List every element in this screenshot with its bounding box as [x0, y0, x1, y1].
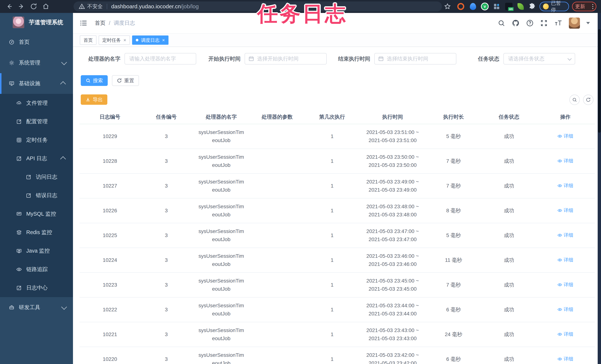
sidebar-toggle-icon[interactable] [80, 19, 88, 27]
font-size-icon[interactable] [554, 19, 562, 27]
user-menu-caret-icon[interactable] [586, 22, 590, 24]
extension-grid-icon[interactable] [492, 2, 501, 10]
browser-home-icon[interactable] [42, 3, 50, 10]
sidebar-item-trace[interactable]: 链路追踪 [0, 260, 73, 279]
sidebar-item-dev-tools[interactable]: 研发工具 [0, 297, 73, 318]
cell-actions: 详细 [536, 248, 595, 273]
handler-name-input[interactable] [125, 53, 196, 64]
browser-back-icon[interactable] [6, 3, 13, 10]
cell-actions: 详细 [536, 149, 595, 173]
help-icon[interactable] [526, 19, 534, 27]
start-time-field [245, 53, 327, 64]
sidebar-item-log-center[interactable]: 日志中心 [0, 279, 73, 297]
breadcrumb-home[interactable]: 首页 [95, 20, 106, 27]
cell-execute-time: 2021-05-03 23:46:00 ~ 2021-05-03 23:46:0… [360, 248, 425, 273]
sidebar-item-home[interactable]: 首页 [0, 32, 73, 52]
detail-link[interactable]: 详细 [557, 182, 573, 189]
extension-orange-icon[interactable] [457, 2, 465, 10]
sidebar-item-label: 首页 [19, 39, 30, 46]
close-icon[interactable]: × [162, 38, 165, 42]
cell-execute-index: 1 [304, 347, 360, 364]
cell-job-id: 3 [140, 223, 192, 248]
tab-scheduled-jobs[interactable]: 定时任务 × [99, 35, 130, 45]
start-time-input[interactable] [245, 53, 327, 64]
detail-link[interactable]: 详细 [557, 306, 573, 313]
browser-forward-icon[interactable] [18, 3, 25, 10]
detail-link[interactable]: 详细 [557, 133, 573, 139]
cell-execute-index: 1 [304, 124, 360, 149]
sidebar-item-redis-monitor[interactable]: Redis 监控 [0, 223, 73, 242]
tab-home[interactable]: 首页 [80, 35, 96, 45]
tab-job-log[interactable]: 调度日志 × [132, 35, 169, 45]
sidebar-item-config-management[interactable]: 配置管理 [0, 112, 73, 131]
export-button[interactable]: 导出 [81, 94, 107, 105]
job-status-field [503, 53, 575, 64]
sidebar-item-java-monitor[interactable]: Java 监控 [0, 242, 73, 260]
detail-link[interactable]: 详细 [557, 281, 573, 288]
log-edit-icon [16, 285, 22, 291]
browser-menu-dots-icon[interactable] [592, 4, 593, 9]
detail-link[interactable]: 详细 [557, 331, 573, 337]
chevron-down-icon [61, 304, 67, 310]
cell-log-id: 10227 [80, 173, 140, 198]
sidebar-item-system[interactable]: 系统管理 [0, 52, 73, 73]
browser-update-button[interactable]: 更新 [572, 2, 596, 11]
cell-duration: 6 毫秒 [425, 347, 482, 364]
sidebar-item-error-logs[interactable]: 错误日志 [0, 186, 73, 205]
end-time-field [374, 53, 456, 64]
fullscreen-icon[interactable] [540, 19, 548, 27]
detail-link[interactable]: 详细 [557, 232, 573, 238]
extension-blue-icon[interactable] [469, 2, 477, 10]
sidebar-item-api-logs[interactable]: API 日志 [0, 149, 73, 168]
extension-on-badge-icon[interactable]: on [505, 2, 513, 10]
github-icon[interactable] [511, 19, 520, 27]
eye-icon [557, 183, 562, 188]
search-button[interactable]: 搜索 [81, 75, 108, 86]
eye-icon [557, 307, 562, 312]
not-secure-warning-icon [79, 3, 85, 10]
sidebar-item-file-management[interactable]: 文件管理 [0, 94, 73, 112]
cell-handler-param [250, 248, 304, 273]
page-scrollbar-thumb[interactable] [598, 29, 601, 133]
end-time-input[interactable] [374, 53, 456, 64]
refresh-table-button[interactable] [583, 95, 593, 105]
sidebar-item-label: 配置管理 [26, 118, 48, 125]
cell-execute-index: 1 [304, 173, 360, 198]
cell-execute-time: 2021-05-03 23:51:00 ~ 2021-05-03 23:51:0… [360, 124, 425, 149]
detail-link[interactable]: 详细 [557, 356, 573, 362]
job-status-select[interactable] [503, 53, 575, 64]
search-icon [572, 97, 577, 102]
extension-green-check-icon[interactable]: v [481, 2, 489, 10]
sidebar-item-infrastructure[interactable]: 基础设施 [0, 73, 73, 94]
cell-handler-name: sysUserSessionTim eoutJob [192, 198, 250, 223]
cell-execute-time: 2021-05-03 23:49:00 ~ 2021-05-03 23:49:0… [360, 173, 425, 198]
search-icon[interactable] [498, 19, 505, 27]
briefcase-icon [9, 305, 14, 310]
detail-link[interactable]: 详细 [557, 158, 573, 164]
cell-actions: 详细 [536, 223, 595, 248]
detail-link[interactable]: 详细 [557, 257, 573, 263]
paused-extension-pill[interactable]: 已暂停 [540, 2, 569, 11]
cell-duration: 5 毫秒 [425, 124, 482, 149]
close-icon[interactable]: × [123, 38, 126, 42]
search-button-label: 搜索 [93, 77, 103, 84]
eye-icon [557, 258, 562, 262]
browser-reload-icon[interactable] [30, 3, 37, 10]
cell-actions: 详细 [536, 198, 595, 223]
extension-puzzle-icon[interactable] [528, 2, 536, 10]
detail-link[interactable]: 详细 [557, 207, 573, 214]
sidebar-item-label: MySQL 监控 [26, 210, 56, 218]
bookmark-star-icon[interactable] [443, 2, 451, 10]
sidebar-item-access-logs[interactable]: 访问日志 [0, 168, 73, 186]
reset-button[interactable]: 重置 [112, 75, 139, 86]
sidebar-item-mysql-monitor[interactable]: MySQL 监控 [0, 205, 73, 223]
refresh-icon [117, 78, 122, 83]
cell-execute-time: 2021-05-03 23:42:00 ~ 2021-05-03 23:42:0… [360, 347, 425, 364]
export-button-label: 导出 [93, 96, 103, 103]
toggle-search-button[interactable] [569, 95, 580, 105]
cell-execute-index: 1 [304, 248, 360, 273]
sidebar-item-scheduled-jobs[interactable]: 定时任务 [0, 131, 73, 149]
cell-status: 成功 [482, 173, 536, 198]
user-avatar[interactable] [569, 18, 580, 29]
extension-leaf-icon[interactable] [517, 2, 525, 10]
